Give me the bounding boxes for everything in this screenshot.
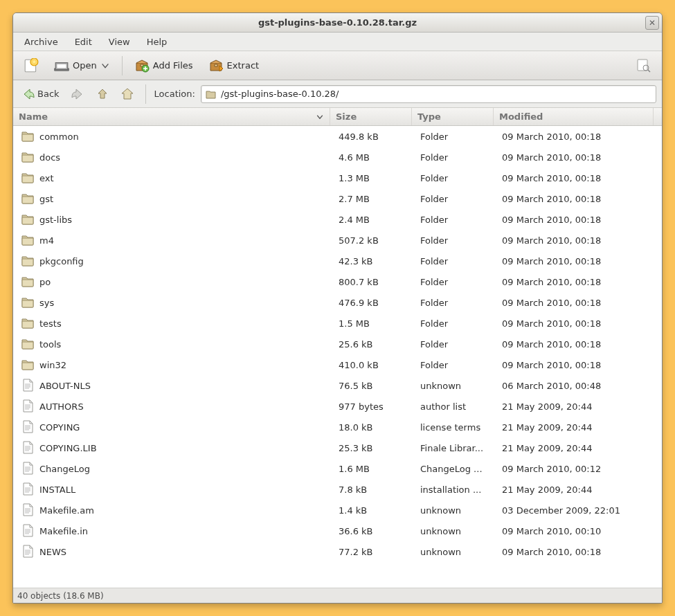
cell-size: 800.7 kB — [333, 277, 415, 287]
table-row[interactable]: ChangeLog1.6 MBChangeLog ...09 March 201… — [13, 458, 662, 479]
open-label: Open — [73, 60, 97, 71]
table-row[interactable]: Makefile.am1.4 kBunknown03 December 2009… — [13, 500, 662, 520]
table-row[interactable]: ext1.3 MBFolder09 March 2010, 00:18 — [13, 167, 662, 188]
cell-size: 1.3 MB — [333, 173, 415, 183]
table-row[interactable]: AUTHORS977 bytesauthor list21 May 2009, … — [13, 396, 662, 417]
column-headers: Name Size Type Modified — [13, 108, 662, 126]
file-name: COPYING — [39, 422, 80, 433]
cell-name: po — [16, 275, 333, 289]
properties-button[interactable] — [630, 55, 658, 77]
folder-icon — [21, 233, 35, 247]
file-name: AUTHORS — [39, 401, 84, 412]
cell-size: 7.8 kB — [333, 484, 415, 495]
cell-name: COPYING.LIB — [16, 441, 333, 455]
column-type[interactable]: Type — [412, 108, 494, 125]
cell-size: 507.2 kB — [333, 235, 415, 246]
table-row[interactable]: po800.7 kBFolder09 March 2010, 00:18 — [13, 271, 662, 292]
file-name: po — [39, 277, 51, 287]
nav-home-button[interactable] — [118, 85, 137, 103]
table-row[interactable]: sys476.9 kBFolder09 March 2010, 00:18 — [13, 292, 662, 313]
file-icon — [21, 379, 35, 392]
cell-type: Folder — [415, 277, 496, 287]
cell-type: unknown — [415, 526, 496, 536]
file-icon — [21, 545, 35, 559]
file-name: ABOUT-NLS — [39, 381, 91, 391]
cell-size: 1.4 kB — [333, 505, 415, 516]
extract-button[interactable]: Extract — [202, 55, 266, 76]
cell-modified: 09 March 2010, 00:18 — [496, 235, 662, 246]
file-name: m4 — [39, 235, 54, 246]
nav-back-button[interactable]: Back — [19, 85, 62, 103]
cell-type: Folder — [415, 173, 496, 183]
table-row[interactable]: ABOUT-NLS76.5 kBunknown06 March 2010, 00… — [13, 375, 662, 396]
cell-modified: 21 May 2009, 20:44 — [496, 484, 662, 495]
folder-icon — [21, 212, 35, 226]
column-name[interactable]: Name — [13, 108, 330, 125]
status-text: 40 objects (18.6 MB) — [17, 591, 104, 601]
cell-size: 2.7 MB — [333, 194, 415, 204]
cell-type: Folder — [415, 132, 496, 142]
file-name: ext — [39, 173, 54, 183]
new-document-icon — [24, 58, 39, 73]
cell-type: Folder — [415, 318, 496, 329]
chevron-down-icon — [100, 61, 110, 71]
menu-archive[interactable]: Archive — [17, 35, 65, 49]
toolbar-separator — [122, 56, 123, 75]
cell-type: unknown — [415, 547, 496, 557]
add-files-button[interactable]: Add Files — [128, 55, 199, 76]
cell-modified: 21 May 2009, 20:44 — [496, 443, 662, 453]
table-row[interactable]: Makefile.in36.6 kBunknown09 March 2010, … — [13, 520, 662, 541]
new-archive-button[interactable] — [17, 55, 45, 77]
nav-forward-button[interactable] — [68, 85, 87, 103]
forward-icon — [71, 87, 84, 101]
open-archive-button[interactable]: Open — [48, 56, 116, 75]
cell-name: sys — [16, 296, 333, 309]
table-row[interactable]: m4507.2 kBFolder09 March 2010, 00:18 — [13, 230, 662, 251]
file-rows-scroll[interactable]: common449.8 kBFolder09 March 2010, 00:18… — [13, 126, 662, 588]
cell-modified: 06 March 2010, 00:48 — [496, 381, 662, 391]
table-row[interactable]: COPYING18.0 kBlicense terms21 May 2009, … — [13, 417, 662, 437]
cell-size: 77.2 kB — [333, 547, 415, 557]
cell-size: 25.6 kB — [333, 339, 415, 350]
cell-name: m4 — [16, 233, 333, 247]
table-row[interactable]: common449.8 kBFolder09 March 2010, 00:18 — [13, 126, 662, 147]
extract-icon — [208, 59, 224, 73]
cell-modified: 09 March 2010, 00:18 — [496, 277, 662, 287]
file-name: docs — [39, 152, 60, 163]
table-row[interactable]: docs4.6 MBFolder09 March 2010, 00:18 — [13, 147, 662, 167]
table-row[interactable]: tests1.5 MBFolder09 March 2010, 00:18 — [13, 313, 662, 334]
cell-size: 42.3 kB — [333, 256, 415, 266]
table-row[interactable]: COPYING.LIB25.3 kBFinale Librar...21 May… — [13, 437, 662, 458]
sort-indicator-icon — [316, 113, 324, 121]
cell-size: 4.6 MB — [333, 152, 415, 163]
cell-name: common — [16, 129, 333, 143]
menu-help[interactable]: Help — [140, 35, 174, 49]
cell-modified: 09 March 2010, 00:18 — [496, 360, 662, 370]
cell-name: gst — [16, 192, 333, 206]
column-modified[interactable]: Modified — [494, 108, 654, 125]
table-row[interactable]: pkgconfig42.3 kBFolder09 March 2010, 00:… — [13, 251, 662, 271]
table-row[interactable]: win32410.0 kBFolder09 March 2010, 00:18 — [13, 354, 662, 375]
status-bar: 40 objects (18.6 MB) — [13, 588, 662, 603]
cell-modified: 21 May 2009, 20:44 — [496, 401, 662, 412]
file-listing: Name Size Type Modified common449.8 kBFo… — [13, 108, 662, 588]
column-size[interactable]: Size — [330, 108, 412, 125]
table-row[interactable]: tools25.6 kBFolder09 March 2010, 00:18 — [13, 334, 662, 354]
table-row[interactable]: gst-libs2.4 MBFolder09 March 2010, 00:18 — [13, 209, 662, 230]
cell-type: Folder — [415, 152, 496, 163]
cell-modified: 09 March 2010, 00:18 — [496, 194, 662, 204]
cell-size: 18.0 kB — [333, 422, 415, 433]
file-name: tests — [39, 318, 62, 329]
table-row[interactable]: INSTALL7.8 kBinstallation ...21 May 2009… — [13, 479, 662, 500]
window-close-button[interactable]: ✕ — [645, 16, 659, 30]
back-icon — [21, 87, 35, 101]
table-row[interactable]: gst2.7 MBFolder09 March 2010, 00:18 — [13, 188, 662, 209]
menu-edit[interactable]: Edit — [68, 35, 99, 49]
table-row[interactable]: NEWS77.2 kBunknown09 March 2010, 00:18 — [13, 541, 662, 562]
cell-size: 1.6 MB — [333, 464, 415, 474]
location-input[interactable]: /gst-plugins-base-0.10.28/ — [201, 85, 656, 103]
menu-view[interactable]: View — [102, 35, 137, 49]
nav-separator — [145, 84, 146, 104]
cell-modified: 09 March 2010, 00:18 — [496, 339, 662, 350]
nav-up-button[interactable] — [93, 85, 112, 103]
